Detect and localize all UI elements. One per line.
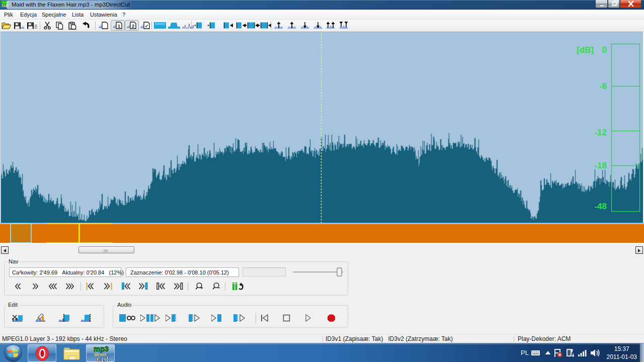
svg-text:-48: -48 [594,202,607,211]
svg-text:✓: ✓ [145,24,149,29]
svg-text:0: 0 [602,45,607,55]
svg-text:2: 2 [132,24,134,29]
svg-text:-12: -12 [594,128,607,137]
svg-text:-6: -6 [599,81,607,91]
svg-text:cut: cut [97,354,109,362]
svg-text:[dB]: [dB] [577,45,594,55]
svg-text:-18: -18 [594,161,607,170]
svg-text:1: 1 [118,24,120,29]
